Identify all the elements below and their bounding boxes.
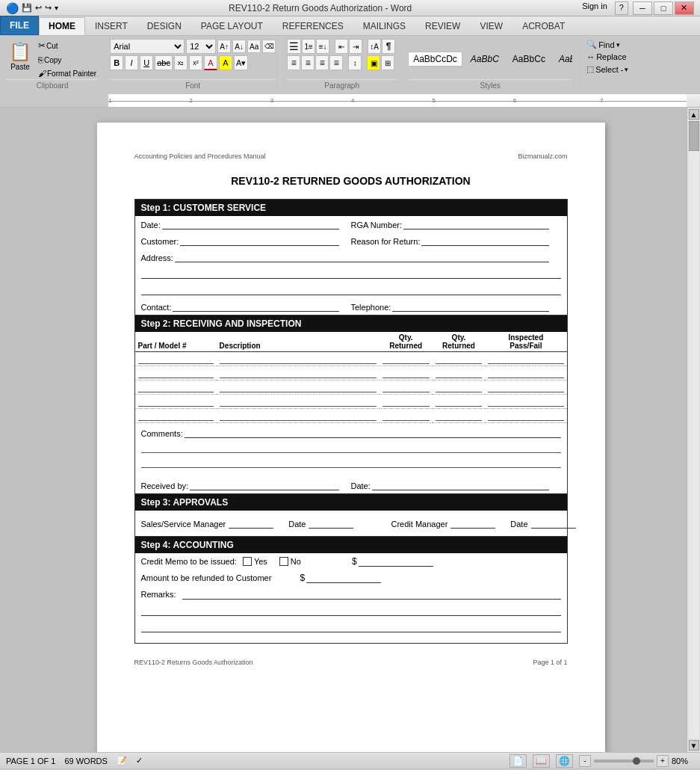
bullets-button[interactable]: ☰ xyxy=(287,39,301,54)
underline-button[interactable]: U xyxy=(140,55,153,70)
highlight-button[interactable]: A xyxy=(219,55,232,70)
replace-button[interactable]: ↔ Replace xyxy=(583,52,631,62)
zoom-slider[interactable] xyxy=(594,760,654,763)
grow-font-button[interactable]: A↑ xyxy=(217,40,231,53)
align-center-button[interactable]: ≡ xyxy=(301,55,315,70)
quick-access-save[interactable]: 💾 xyxy=(22,3,32,13)
tab-view[interactable]: VIEW xyxy=(470,17,512,35)
minimize-button[interactable]: ─ xyxy=(633,1,652,15)
find-button[interactable]: 🔍 Find ▾ xyxy=(583,39,631,50)
increase-indent-button[interactable]: ⇥ xyxy=(349,39,362,54)
view-web-button[interactable]: 🌐 xyxy=(556,754,573,768)
reason-label: Reason for Return: xyxy=(351,237,421,246)
italic-button[interactable]: I xyxy=(125,55,138,70)
scroll-down-button[interactable]: ▼ xyxy=(689,740,699,751)
multilevel-button[interactable]: ≡↓ xyxy=(316,39,329,54)
bold-button[interactable]: B xyxy=(110,55,123,70)
tab-acrobat[interactable]: ACROBAT xyxy=(512,17,574,35)
style-heading1[interactable]: AaBbC xyxy=(465,52,504,67)
sales-manager-input[interactable] xyxy=(229,518,273,529)
reason-input[interactable] xyxy=(421,235,548,246)
scroll-thumb[interactable] xyxy=(689,121,699,151)
remarks-input[interactable] xyxy=(182,589,561,600)
subscript-button[interactable]: x₂ xyxy=(174,55,188,70)
font-size-select[interactable]: 12 xyxy=(186,39,216,54)
received-date-input[interactable] xyxy=(372,480,549,490)
sign-in-link[interactable]: Sign in xyxy=(582,1,607,15)
tab-file[interactable]: FILE xyxy=(0,16,39,35)
document-area[interactable]: Accounting Policies and Procedures Manua… xyxy=(15,108,687,752)
tab-page-layout[interactable]: PAGE LAYOUT xyxy=(191,17,273,35)
date-input[interactable] xyxy=(162,219,339,230)
yes-checkbox-box[interactable] xyxy=(243,557,252,566)
tab-review[interactable]: REVIEW xyxy=(415,17,470,35)
remarks-line3[interactable] xyxy=(141,622,561,632)
clear-formatting-button[interactable]: ⌫ xyxy=(262,40,276,53)
style-heading3[interactable]: AaBbCcI xyxy=(554,52,572,67)
font-name-select[interactable]: Arial xyxy=(110,39,185,54)
no-checkbox-box[interactable] xyxy=(279,557,288,566)
zoom-out-button[interactable]: - xyxy=(579,755,591,767)
comments-line3[interactable] xyxy=(141,458,561,468)
customer-input[interactable] xyxy=(180,235,338,246)
tab-mailings[interactable]: MAILINGS xyxy=(353,17,415,35)
view-reading-button[interactable]: 📖 xyxy=(533,754,550,768)
view-print-button[interactable]: 📄 xyxy=(509,754,527,768)
credit-manager-input[interactable] xyxy=(450,518,495,529)
sort-button[interactable]: ↕A xyxy=(368,39,381,54)
quick-access-undo[interactable]: ↩ xyxy=(35,3,42,13)
address-input[interactable] xyxy=(175,252,549,262)
yes-checkbox[interactable]: Yes xyxy=(243,557,267,566)
font-color-button[interactable]: A▾ xyxy=(234,55,248,70)
no-checkbox[interactable]: No xyxy=(279,557,301,566)
date2-input[interactable] xyxy=(531,518,576,529)
comments-line2[interactable] xyxy=(141,443,561,453)
remarks-line2[interactable] xyxy=(141,606,561,616)
received-by-input[interactable] xyxy=(190,480,338,490)
style-heading2[interactable]: AaBbCc xyxy=(507,52,551,67)
text-color-button[interactable]: A xyxy=(204,55,217,70)
refund-amount-input[interactable] xyxy=(306,573,381,583)
numbering-button[interactable]: 1≡ xyxy=(302,39,315,54)
change-case-button[interactable]: Aa xyxy=(247,40,261,53)
copy-button[interactable]: ⎘ Copy xyxy=(36,54,99,66)
borders-button[interactable]: ⊞ xyxy=(381,55,394,70)
strikethrough-button[interactable]: abc xyxy=(155,55,173,70)
shrink-font-button[interactable]: A↓ xyxy=(232,40,246,53)
scroll-track[interactable] xyxy=(689,121,699,739)
select-button[interactable]: ⬚ Select - ▾ xyxy=(583,64,631,75)
telephone-input[interactable] xyxy=(392,301,548,312)
shading-button[interactable]: ▣ xyxy=(367,55,380,70)
address-input3[interactable] xyxy=(141,285,561,295)
tab-design[interactable]: DESIGN xyxy=(137,17,191,35)
maximize-button[interactable]: □ xyxy=(654,1,673,15)
comments-input[interactable] xyxy=(185,428,561,438)
help-button[interactable]: ? xyxy=(615,1,628,15)
paste-button[interactable]: 📋 Paste xyxy=(6,39,34,73)
decrease-indent-button[interactable]: ⇤ xyxy=(335,39,348,54)
tab-home[interactable]: HOME xyxy=(39,17,85,35)
quick-access-more[interactable]: ▾ xyxy=(55,4,58,12)
zoom-in-button[interactable]: + xyxy=(657,755,669,767)
align-right-button[interactable]: ≡ xyxy=(315,55,329,70)
format-painter-button[interactable]: 🖌 Format Painter xyxy=(36,67,99,79)
credit-memo-amount-input[interactable] xyxy=(359,556,433,567)
justify-button[interactable]: ≡ xyxy=(329,55,343,70)
cut-button[interactable]: ✂ Cut xyxy=(36,39,99,52)
scroll-up-button[interactable]: ▲ xyxy=(689,109,699,120)
zoom-thumb[interactable] xyxy=(633,757,640,765)
address-input2[interactable] xyxy=(141,268,561,279)
tab-insert[interactable]: INSERT xyxy=(85,17,137,35)
rga-input[interactable] xyxy=(403,219,549,230)
superscript-button[interactable]: x² xyxy=(189,55,202,70)
style-normal[interactable]: AaBbCcDc xyxy=(408,52,462,67)
line-spacing-button[interactable]: ↕ xyxy=(348,55,362,70)
align-left-button[interactable]: ≡ xyxy=(287,55,300,70)
vertical-scrollbar[interactable]: ▲ ▼ xyxy=(687,108,700,752)
tab-references[interactable]: REFERENCES xyxy=(273,17,353,35)
close-button[interactable]: ✕ xyxy=(675,1,694,15)
quick-access-redo[interactable]: ↪ xyxy=(45,3,52,13)
show-para-button[interactable]: ¶ xyxy=(382,39,395,54)
date1-input[interactable] xyxy=(309,518,353,529)
contact-input[interactable] xyxy=(173,301,338,312)
